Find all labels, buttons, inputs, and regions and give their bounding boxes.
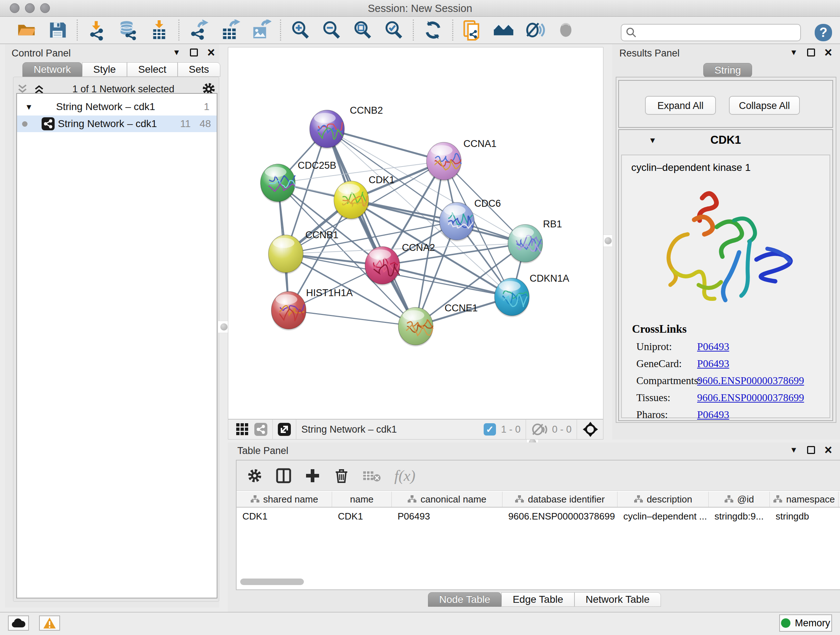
crosslink-link[interactable]: P06493 xyxy=(697,340,729,353)
tab-select[interactable]: Select xyxy=(127,62,178,77)
crosslink-row: Tissues:9606.ENSP00000378699 xyxy=(636,392,829,404)
node-CCNA1[interactable]: CCNA1 xyxy=(426,138,497,181)
close-panel-icon[interactable]: × xyxy=(824,446,832,454)
crosslink-link[interactable]: P06493 xyxy=(697,409,729,421)
float-panel-icon[interactable] xyxy=(807,446,815,454)
export-table-icon[interactable] xyxy=(219,19,240,41)
column-header-name[interactable]: name xyxy=(332,492,392,507)
panel-menu-icon[interactable]: ▼ xyxy=(790,445,798,455)
edge-hist1h1a-ccne1[interactable] xyxy=(289,310,416,326)
table-cell[interactable]: CDK1 xyxy=(332,508,392,524)
collapse-all-button[interactable]: Collapse All xyxy=(729,96,800,115)
string-network-graph[interactable]: CCNB2CCNA1CDC25BCDK1CDC6RB1CCNB1CCNA2CDK… xyxy=(228,48,603,419)
show-eye-icon[interactable] xyxy=(555,19,576,41)
close-panel-icon[interactable]: × xyxy=(824,49,832,57)
node-CDK1[interactable]: CDK1 xyxy=(334,174,395,220)
function-builder-icon[interactable]: f(x) xyxy=(394,467,415,485)
collection-expander-icon[interactable]: ▼ xyxy=(25,103,33,112)
column-header-description[interactable]: description xyxy=(617,492,709,507)
node-HIST1H1A[interactable]: HIST1H1A xyxy=(271,287,353,331)
export-network-icon[interactable] xyxy=(188,19,209,41)
tab-network-table[interactable]: Network Table xyxy=(575,592,661,607)
zoom-selected-icon[interactable] xyxy=(383,19,404,41)
float-panel-icon[interactable] xyxy=(190,49,198,57)
node-label-CCNA1: CCNA1 xyxy=(463,138,497,149)
tab-style[interactable]: Style xyxy=(82,62,127,77)
selected-checkbox-icon[interactable]: ✓ xyxy=(484,423,496,435)
tab-string[interactable]: String xyxy=(703,63,752,78)
node-label-CCNB2: CCNB2 xyxy=(350,105,383,116)
column-header-canonical-name[interactable]: canonical name xyxy=(392,492,502,507)
table-cell[interactable]: stringdb xyxy=(770,508,838,524)
search-input[interactable] xyxy=(637,25,800,40)
node-CDKN1A[interactable]: CDKN1A xyxy=(494,273,569,317)
save-session-icon[interactable] xyxy=(47,19,68,41)
horizontal-scrollbar[interactable] xyxy=(240,578,304,585)
view-network-icon[interactable] xyxy=(254,423,267,436)
view-grid-icon[interactable] xyxy=(235,423,249,436)
column-header-@id[interactable]: @id xyxy=(709,492,770,507)
window-title: Session: New Session xyxy=(0,3,840,14)
column-header-namespace[interactable]: namespace xyxy=(770,492,838,507)
import-table-file-icon[interactable] xyxy=(149,19,170,41)
help-button[interactable]: ? xyxy=(815,24,832,41)
zoom-fit-icon[interactable] xyxy=(352,19,373,41)
hidden-eye-slash-icon[interactable] xyxy=(531,423,548,436)
export-image-icon[interactable] xyxy=(250,19,271,41)
node-CDC25B[interactable]: CDC25B xyxy=(261,160,336,203)
hide-glasses-icon[interactable] xyxy=(524,19,545,41)
open-session-icon[interactable] xyxy=(16,19,37,41)
crosslink-link[interactable]: P06493 xyxy=(697,358,729,370)
add-column-icon[interactable] xyxy=(305,468,321,484)
delete-table-icon[interactable] xyxy=(363,469,381,483)
toolbar-separator xyxy=(77,19,78,41)
refresh-layout-icon[interactable] xyxy=(423,19,444,41)
table-cell[interactable]: CDK1 xyxy=(237,508,332,524)
crosslink-row: GeneCard:P06493 xyxy=(636,358,829,370)
import-network-database-icon[interactable] xyxy=(118,19,139,41)
tab-sets[interactable]: Sets xyxy=(178,62,220,77)
cloud-status-button[interactable] xyxy=(8,616,29,631)
delete-column-icon[interactable] xyxy=(333,468,349,484)
column-header-database-identifier[interactable]: database identifier xyxy=(502,492,617,507)
tab-node-table[interactable]: Node Table xyxy=(428,592,501,607)
warning-icon xyxy=(43,617,57,629)
column-header-label: database identifier xyxy=(528,494,605,505)
string-home-icon[interactable] xyxy=(493,19,514,41)
float-panel-icon[interactable] xyxy=(807,49,815,57)
show-columns-icon[interactable] xyxy=(276,468,292,484)
table-cell[interactable]: P06493 xyxy=(392,508,502,524)
panel-menu-icon[interactable]: ▼ xyxy=(172,48,180,57)
detach-view-icon[interactable] xyxy=(278,423,291,436)
warnings-button[interactable] xyxy=(39,616,60,631)
import-network-file-icon[interactable] xyxy=(87,19,107,41)
title-bar[interactable]: Session: New Session xyxy=(0,0,840,17)
column-header-label: canonical name xyxy=(420,494,486,505)
birds-eye-toggle-icon[interactable] xyxy=(582,421,599,438)
memory-button[interactable]: Memory xyxy=(779,614,832,632)
table-row[interactable]: CDK1CDK1P064939606.ENSP00000378699cyclin… xyxy=(237,508,840,524)
hierarchy-icon xyxy=(724,495,734,504)
tab-edge-table[interactable]: Edge Table xyxy=(501,592,575,607)
node-RB1[interactable]: RB1 xyxy=(508,219,562,264)
table-cell[interactable]: stringdb:9... xyxy=(709,508,770,524)
search-box[interactable] xyxy=(621,24,801,41)
table-cell[interactable]: cyclin–dependent ... xyxy=(617,508,709,524)
crosslink-link[interactable]: 9606.ENSP00000378699 xyxy=(697,375,804,386)
zoom-out-icon[interactable] xyxy=(321,19,342,41)
tab-network[interactable]: Network xyxy=(22,62,82,77)
network-collection-row[interactable]: ▼ String Network – cdk1 1 xyxy=(17,101,217,116)
column-header-shared-name[interactable]: shared name xyxy=(237,492,332,507)
panel-menu-icon[interactable]: ▼ xyxy=(790,48,798,57)
column-header-label: namespace xyxy=(786,494,835,505)
hierarchy-icon xyxy=(250,495,260,504)
copy-style-icon[interactable] xyxy=(462,19,483,41)
network-view-canvas[interactable]: CCNB2CCNA1CDC25BCDK1CDC6RB1CCNB1CCNA2CDK… xyxy=(228,47,603,419)
zoom-in-icon[interactable] xyxy=(290,19,311,41)
expand-all-button[interactable]: Expand All xyxy=(645,96,716,115)
close-panel-icon[interactable]: × xyxy=(207,49,215,57)
network-row-selected[interactable]: String Network – cdk1 11 48 xyxy=(17,116,217,132)
table-options-gear-icon[interactable] xyxy=(247,468,263,484)
table-cell[interactable]: 9606.ENSP00000378699 xyxy=(502,508,617,524)
crosslink-link[interactable]: 9606.ENSP00000378699 xyxy=(697,392,804,404)
